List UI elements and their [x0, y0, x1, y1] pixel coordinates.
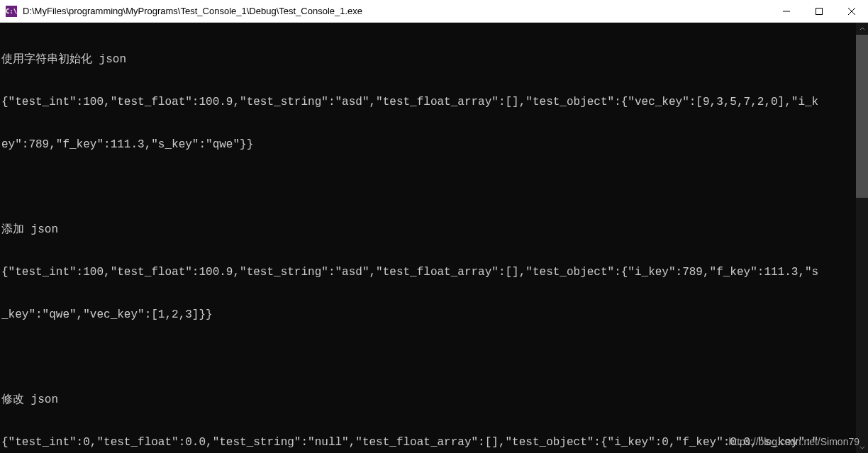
console-line: {"test_int":100,"test_float":100.9,"test… — [1, 95, 856, 109]
console-output[interactable]: 使用字符串初始化 json {"test_int":100,"test_floa… — [0, 23, 856, 453]
chevron-up-icon — [859, 26, 865, 32]
console-line — [1, 350, 856, 364]
minimize-button[interactable] — [770, 0, 803, 22]
window-title: D:\MyFiles\programming\MyPrograms\Test_C… — [23, 6, 770, 16]
watermark: https://blog.csdn.net/Simon79 — [729, 436, 859, 447]
console-line: 修改 json — [1, 393, 856, 407]
maximize-button[interactable] — [803, 0, 835, 22]
scrollbar[interactable] — [856, 23, 868, 453]
console-line: {"test_int":100,"test_float":100.9,"test… — [1, 265, 856, 279]
console-line — [1, 180, 856, 194]
chevron-down-icon — [859, 444, 865, 450]
close-icon — [848, 8, 855, 15]
console-line: {"test_int":0,"test_float":0.0,"test_str… — [1, 435, 856, 449]
close-button[interactable] — [835, 0, 868, 22]
console-line: _key":"qwe","vec_key":[1,2,3]}} — [1, 308, 856, 322]
window-titlebar: C:\ D:\MyFiles\programming\MyPrograms\Te… — [0, 0, 868, 23]
maximize-icon — [816, 8, 823, 15]
window-controls — [770, 0, 868, 22]
scrollbar-thumb[interactable] — [856, 35, 868, 198]
window-app-icon: C:\ — [6, 6, 17, 17]
scrollbar-up-button[interactable] — [856, 23, 868, 35]
console-area: 使用字符串初始化 json {"test_int":100,"test_floa… — [0, 23, 868, 453]
console-line: 添加 json — [1, 223, 856, 237]
minimize-icon — [783, 8, 790, 15]
console-line: 使用字符串初始化 json — [1, 52, 856, 67]
svg-rect-1 — [816, 8, 823, 14]
console-line: ey":789,"f_key":111.3,"s_key":"qwe"}} — [1, 138, 856, 152]
